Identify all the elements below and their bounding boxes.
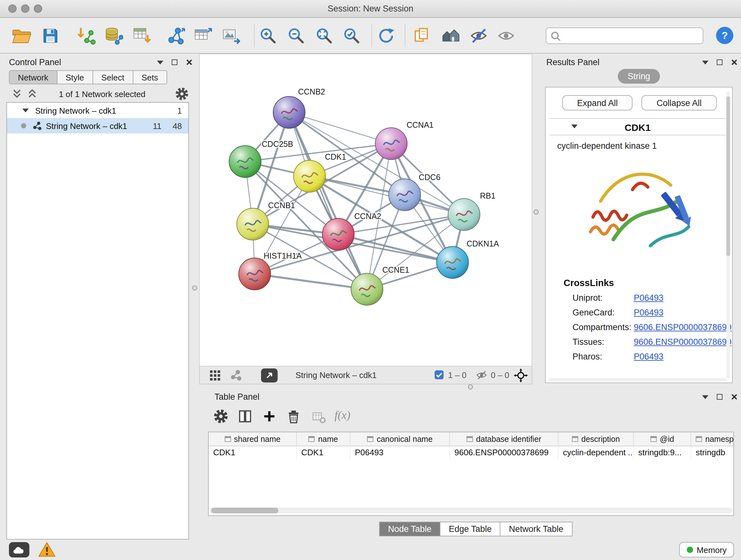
splitter-handle[interactable] <box>192 286 197 291</box>
crosslink-uniprot[interactable]: P06493 <box>634 293 664 303</box>
zoom-fit-button[interactable] <box>313 25 335 47</box>
column-header-name[interactable]: name <box>297 432 350 446</box>
import-network-from-file-button[interactable] <box>75 25 97 47</box>
delete-column-button[interactable] <box>286 409 301 424</box>
table-cell[interactable]: CDK1 <box>297 446 350 460</box>
new-network-button[interactable] <box>165 25 186 47</box>
tab-select[interactable]: Select <box>93 70 133 84</box>
panel-maximize-icon[interactable] <box>717 394 723 400</box>
apply-layout-button[interactable] <box>375 25 397 47</box>
create-column-button[interactable] <box>262 409 277 424</box>
table-cell[interactable]: CDK1 <box>209 446 297 460</box>
copy-document-button[interactable] <box>411 25 433 47</box>
search-field[interactable] <box>546 27 703 44</box>
delete-table-button[interactable] <box>312 410 326 425</box>
warnings-button[interactable] <box>38 542 56 557</box>
results-tab-string[interactable]: String <box>618 69 660 84</box>
column-header-database-identifier[interactable]: database identifier <box>450 432 558 446</box>
network-overview-button[interactable] <box>230 370 241 381</box>
expand-all-tree-button[interactable] <box>27 88 38 99</box>
table-cell[interactable]: stringdb <box>691 446 734 460</box>
panel-maximize-icon[interactable] <box>172 59 178 65</box>
fit-content-button[interactable] <box>514 368 528 382</box>
hide-selected-button[interactable] <box>468 25 489 47</box>
splitter-handle[interactable] <box>534 209 539 214</box>
results-vertical-scrollbar[interactable] <box>726 91 730 379</box>
zoom-in-button[interactable] <box>257 25 279 47</box>
table-settings-button[interactable] <box>213 409 228 424</box>
tree-item-network-collection[interactable]: String Network – cdk1 1 <box>7 103 188 118</box>
panel-float-icon[interactable] <box>702 395 709 399</box>
crosslink-compartments[interactable]: 9606.ENSP00000378699 <box>634 322 731 332</box>
network-options-button[interactable] <box>175 87 189 101</box>
column-header-shared-name[interactable]: shared name <box>209 432 297 446</box>
scrollbar-thumb[interactable] <box>211 508 278 513</box>
panel-float-icon[interactable] <box>702 60 709 64</box>
network-node-CCNB2[interactable]: CCNB2 <box>273 87 325 128</box>
table-cell[interactable]: 9606.ENSP00000378699 <box>450 446 558 460</box>
search-input[interactable] <box>561 31 695 41</box>
column-header-description[interactable]: description <box>558 432 634 446</box>
show-hidden-button[interactable] <box>495 25 517 47</box>
tab-node-table[interactable]: Node Table <box>379 522 441 537</box>
cloud-status-button[interactable] <box>9 542 29 557</box>
save-session-button[interactable] <box>40 25 61 47</box>
edge-CCNB2-CCNE1[interactable] <box>289 112 367 289</box>
edge-HIST1H1A-CCNE1[interactable] <box>255 274 367 289</box>
panel-close-icon[interactable] <box>186 59 193 66</box>
hidden-eye-slash-icon[interactable] <box>475 369 488 381</box>
grid-view-button[interactable] <box>210 370 220 381</box>
network-view-canvas[interactable]: CCNB2CCNA1CDC25BCDK1CDC6RB1CCNB1CCNA2CDK… <box>199 54 532 367</box>
expand-all-button[interactable]: Expand All <box>562 95 632 111</box>
network-node-RB1[interactable]: RB1 <box>448 191 495 231</box>
detach-view-button[interactable] <box>261 368 278 382</box>
network-node-CDK1[interactable]: CDK1 <box>293 152 346 192</box>
column-header-namespace[interactable]: namespace <box>691 432 734 446</box>
table-cell[interactable]: P06493 <box>350 446 450 460</box>
selected-checkbox-icon[interactable] <box>434 370 444 379</box>
network-node-CDKN1A[interactable]: CDKN1A <box>436 239 499 278</box>
tab-network[interactable]: Network <box>9 70 57 84</box>
node-table[interactable]: shared namenamecanonical namedatabase id… <box>208 432 734 516</box>
table-horizontal-scrollbar[interactable] <box>210 508 732 513</box>
tab-edge-table[interactable]: Edge Table <box>441 522 501 537</box>
network-node-HIST1H1A[interactable]: HIST1H1A <box>239 251 302 290</box>
import-table-button[interactable] <box>131 25 152 47</box>
network-node-CCNA1[interactable]: CCNA1 <box>375 120 434 160</box>
crosslink-pharos[interactable]: P06493 <box>634 352 664 361</box>
tree-item-network[interactable]: String Network – cdk1 11 48 <box>7 118 188 133</box>
tab-style[interactable]: Style <box>57 70 93 84</box>
crosslink-tissues[interactable]: 9606.ENSP00000378699 <box>634 337 731 347</box>
import-network-from-database-button[interactable] <box>103 25 125 47</box>
tree-expand-icon[interactable] <box>22 109 29 112</box>
tab-network-table[interactable]: Network Table <box>501 522 572 537</box>
table-row[interactable]: CDK1CDK1P064939606.ENSP00000378699cyclin… <box>209 446 733 460</box>
open-session-button[interactable] <box>10 25 32 47</box>
crosslink-genecard[interactable]: P06493 <box>634 308 664 317</box>
show-all-networks-button[interactable] <box>440 25 461 47</box>
network-node-CDC25B[interactable]: CDC25B <box>229 139 293 178</box>
results-horizontal-scrollbar[interactable] <box>548 378 727 381</box>
memory-button[interactable]: Memory <box>679 542 734 557</box>
scrollbar-thumb[interactable] <box>726 97 730 256</box>
column-header--id[interactable]: @id <box>634 432 691 446</box>
string-network-graph[interactable]: CCNB2CCNA1CDC25BCDK1CDC6RB1CCNB1CCNA2CDK… <box>200 54 532 366</box>
function-builder-button[interactable]: f(x) <box>334 409 350 422</box>
export-image-button[interactable] <box>220 25 242 47</box>
column-header-canonical-name[interactable]: canonical name <box>350 432 450 446</box>
panel-maximize-icon[interactable] <box>717 59 723 65</box>
network-node-CCNB1[interactable]: CCNB1 <box>237 201 295 240</box>
new-table-button[interactable] <box>192 25 214 47</box>
table-cell[interactable]: stringdb:9... <box>634 446 691 460</box>
zoom-out-button[interactable] <box>285 25 307 47</box>
collapse-all-tree-button[interactable] <box>11 88 22 99</box>
collapse-all-button[interactable]: Collapse All <box>642 95 717 111</box>
tab-sets[interactable]: Sets <box>133 70 167 84</box>
table-cell[interactable]: cyclin-dependent ... <box>558 446 634 460</box>
panel-close-icon[interactable] <box>731 393 738 400</box>
zoom-selected-button[interactable] <box>341 25 362 47</box>
panel-float-icon[interactable] <box>157 60 163 64</box>
panel-close-icon[interactable] <box>731 59 738 66</box>
show-columns-button[interactable] <box>238 409 253 424</box>
splitter-handle[interactable] <box>468 384 473 389</box>
